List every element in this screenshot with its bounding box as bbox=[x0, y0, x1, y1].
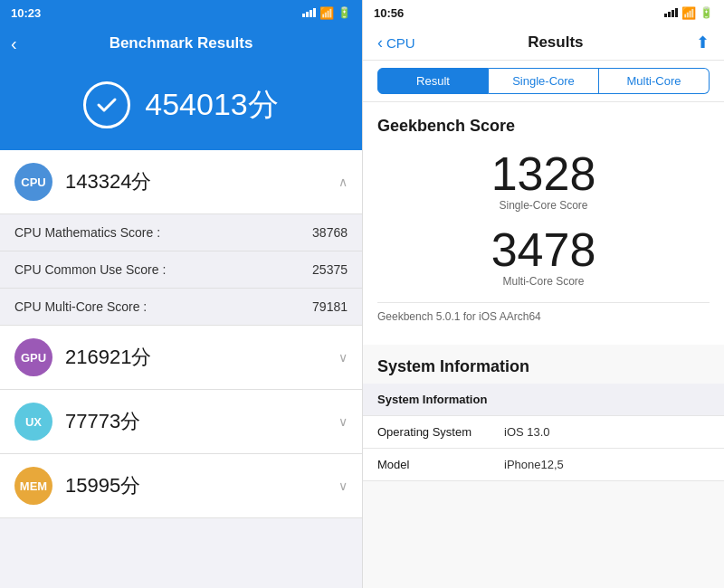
wifi-icon: 📶 bbox=[319, 6, 334, 20]
signal-icon bbox=[302, 8, 316, 17]
sub-row-value: 79181 bbox=[312, 299, 348, 314]
score-gpu: 216921分 bbox=[65, 344, 151, 371]
score-section: 454013分 bbox=[0, 67, 362, 150]
left-status-icons: 📶 🔋 bbox=[302, 6, 351, 20]
sub-row-label: CPU Common Use Score : bbox=[14, 262, 166, 277]
score-mem: 15995分 bbox=[65, 472, 140, 499]
category-row-cpu[interactable]: CPU 143324分 ∧ bbox=[0, 150, 362, 214]
chevron-mem: ∨ bbox=[338, 479, 348, 493]
right-header: ‹ CPU Results ⬆ bbox=[363, 25, 724, 61]
sub-row-label: CPU Mathematics Score : bbox=[14, 225, 160, 240]
category-row-ux[interactable]: UX 77773分 ∨ bbox=[0, 390, 362, 454]
sysinfo-title: System Information bbox=[377, 357, 529, 375]
left-header: ‹ Benchmark Results bbox=[0, 25, 362, 67]
right-time: 10:56 bbox=[374, 6, 404, 20]
sysinfo-row-value: iPhone12,5 bbox=[504, 458, 564, 471]
category-row-gpu[interactable]: GPU 216921分 ∨ bbox=[0, 326, 362, 390]
sub-rows-cpu: CPU Mathematics Score : 38768 CPU Common… bbox=[0, 214, 362, 326]
right-back-chevron: ‹ bbox=[377, 33, 383, 52]
tabs-container: ResultSingle-CoreMulti-Core bbox=[363, 61, 724, 102]
badge-gpu: GPU bbox=[14, 338, 52, 376]
chevron-ux: ∨ bbox=[338, 414, 348, 429]
badge-mem: MEM bbox=[14, 467, 52, 505]
multi-core-display: 3478 Multi-Core Score bbox=[377, 226, 710, 288]
badge-ux: UX bbox=[14, 403, 52, 441]
tab-result[interactable]: Result bbox=[377, 68, 489, 94]
right-status-bar: 10:56 📶 🔋 bbox=[363, 0, 724, 25]
sysinfo-table: System Information Operating System iOS … bbox=[363, 384, 724, 481]
right-wifi-icon: 📶 bbox=[681, 6, 696, 20]
sub-row-value: 38768 bbox=[312, 225, 348, 240]
score-cpu: 143324分 bbox=[65, 168, 151, 195]
tab-single-core[interactable]: Single-Core bbox=[489, 68, 599, 94]
left-status-bar: 10:23 📶 🔋 bbox=[0, 0, 362, 25]
right-share-button[interactable]: ⬆ bbox=[696, 33, 710, 52]
sysinfo-row: System Information bbox=[363, 384, 724, 416]
left-panel: 10:23 📶 🔋 ‹ Benchmark Results 454013分 CP… bbox=[0, 0, 362, 588]
right-back-section[interactable]: ‹ CPU bbox=[377, 33, 415, 52]
total-score: 454013分 bbox=[145, 84, 278, 126]
sysinfo-row: Operating System iOS 13.0 bbox=[363, 416, 724, 449]
sysinfo-row-label: Model bbox=[377, 458, 504, 471]
sysinfo-row-value: iOS 13.0 bbox=[504, 425, 550, 439]
single-core-score: 1328 bbox=[377, 150, 710, 197]
geekbench-title: Geekbench Score bbox=[377, 117, 710, 136]
chevron-cpu: ∧ bbox=[338, 175, 348, 189]
chevron-gpu: ∨ bbox=[338, 350, 348, 365]
multi-core-label: Multi-Core Score bbox=[377, 275, 710, 288]
sysinfo-row-label: Operating System bbox=[377, 425, 504, 439]
score-circle bbox=[83, 81, 130, 128]
geekbench-footer: Geekbench 5.0.1 for iOS AArch64 bbox=[377, 302, 710, 330]
battery-icon: 🔋 bbox=[338, 6, 351, 19]
right-header-title: Results bbox=[528, 33, 583, 52]
tab-multi-core[interactable]: Multi-Core bbox=[599, 68, 710, 94]
right-signal-icon bbox=[664, 8, 678, 17]
sub-row: CPU Common Use Score : 25375 bbox=[0, 251, 362, 289]
single-core-label: Single-Core Score bbox=[377, 199, 710, 212]
multi-core-score: 3478 bbox=[377, 226, 710, 273]
right-panel: 10:56 📶 🔋 ‹ CPU Results ⬆ ResultSingle-C… bbox=[362, 0, 724, 588]
right-status-icons: 📶 🔋 bbox=[664, 6, 713, 20]
checkmark-icon bbox=[94, 92, 119, 118]
system-info-section: System Information System Information Op… bbox=[363, 345, 724, 588]
right-back-label: CPU bbox=[386, 35, 415, 51]
category-list: CPU 143324分 ∧ CPU Mathematics Score : 38… bbox=[0, 150, 362, 588]
sysinfo-row-label: System Information bbox=[377, 393, 504, 406]
sub-row: CPU Mathematics Score : 38768 bbox=[0, 214, 362, 251]
badge-cpu: CPU bbox=[14, 163, 52, 201]
left-back-button[interactable]: ‹ bbox=[11, 33, 17, 54]
left-header-title: Benchmark Results bbox=[110, 34, 253, 52]
right-battery-icon: 🔋 bbox=[700, 6, 713, 19]
single-core-display: 1328 Single-Core Score bbox=[377, 150, 710, 212]
sub-row: CPU Multi-Core Score : 79181 bbox=[0, 289, 362, 326]
sysinfo-row: Model iPhone12,5 bbox=[363, 449, 724, 481]
sub-row-value: 25375 bbox=[312, 262, 348, 277]
left-time: 10:23 bbox=[11, 6, 41, 20]
category-row-mem[interactable]: MEM 15995分 ∨ bbox=[0, 454, 362, 518]
score-ux: 77773分 bbox=[65, 408, 140, 435]
geekbench-section: Geekbench Score 1328 Single-Core Score 3… bbox=[363, 102, 724, 345]
sysinfo-header: System Information bbox=[363, 345, 724, 384]
sub-row-label: CPU Multi-Core Score : bbox=[14, 299, 147, 314]
